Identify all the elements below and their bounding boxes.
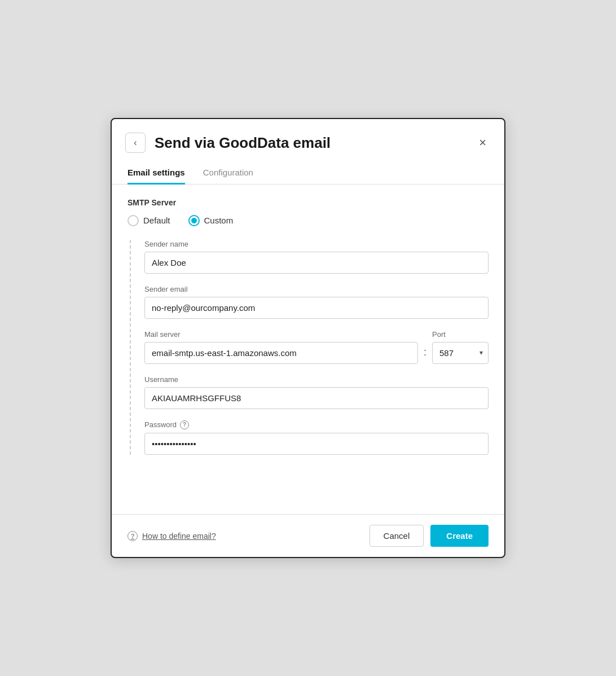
smtp-custom-label: Custom: [204, 216, 234, 225]
port-select-wrapper: 587 25 465 2525 ▾: [432, 342, 489, 364]
dialog-header: ‹ Send via GoodData email ×: [112, 119, 504, 162]
mail-server-input[interactable]: [144, 342, 418, 364]
sender-name-group: Sender name: [144, 240, 489, 274]
port-select[interactable]: 587 25 465 2525: [432, 342, 489, 364]
mail-server-port-row: : 587 25 465 2525 ▾: [144, 342, 489, 364]
help-link-text[interactable]: How to define email?: [142, 532, 216, 541]
sender-name-label: Sender name: [144, 240, 489, 248]
password-help-icon[interactable]: ?: [180, 420, 189, 429]
username-group: Username: [144, 375, 489, 409]
close-button[interactable]: ×: [477, 134, 489, 151]
username-label: Username: [144, 375, 489, 384]
colon-separator: :: [424, 346, 426, 364]
create-button[interactable]: Create: [430, 525, 489, 547]
password-label: Password ?: [144, 420, 489, 429]
dialog-title: Send via GoodData email: [155, 134, 477, 152]
sender-email-input[interactable]: [144, 297, 489, 319]
mail-server-group: Mail server Port : 587 25 465 2525: [144, 330, 489, 364]
smtp-radio-group: Default Custom: [127, 215, 489, 226]
smtp-custom-option[interactable]: Custom: [188, 215, 234, 226]
sender-name-input[interactable]: [144, 252, 489, 274]
tabs: Email settings Configuration: [112, 162, 504, 185]
custom-smtp-section: Sender name Sender email Mail server Por…: [130, 240, 489, 455]
dialog-content: SMTP Server Default Custom Sender name S…: [112, 185, 504, 515]
back-icon: ‹: [134, 138, 137, 148]
password-group: Password ?: [144, 420, 489, 455]
close-icon: ×: [479, 137, 486, 149]
smtp-custom-radio[interactable]: [188, 215, 200, 226]
back-button[interactable]: ‹: [125, 133, 146, 153]
smtp-default-option[interactable]: Default: [127, 215, 170, 226]
port-label: Port: [432, 330, 489, 339]
password-input[interactable]: [144, 433, 489, 455]
smtp-default-label: Default: [143, 216, 170, 225]
send-via-gooddata-dialog: ‹ Send via GoodData email × Email settin…: [111, 118, 505, 558]
mail-server-label: Mail server: [144, 330, 423, 339]
username-input[interactable]: [144, 387, 489, 409]
cancel-button[interactable]: Cancel: [369, 525, 424, 547]
dialog-footer: ? How to define email? Cancel Create: [112, 514, 504, 557]
help-link[interactable]: ? How to define email?: [127, 531, 216, 541]
tab-email-settings[interactable]: Email settings: [127, 162, 185, 185]
smtp-section-label: SMTP Server: [127, 198, 489, 207]
tab-configuration[interactable]: Configuration: [203, 162, 253, 185]
help-link-icon: ?: [127, 531, 138, 541]
sender-email-label: Sender email: [144, 285, 489, 293]
sender-email-group: Sender email: [144, 285, 489, 319]
footer-buttons: Cancel Create: [369, 525, 489, 547]
smtp-default-radio[interactable]: [127, 215, 139, 226]
